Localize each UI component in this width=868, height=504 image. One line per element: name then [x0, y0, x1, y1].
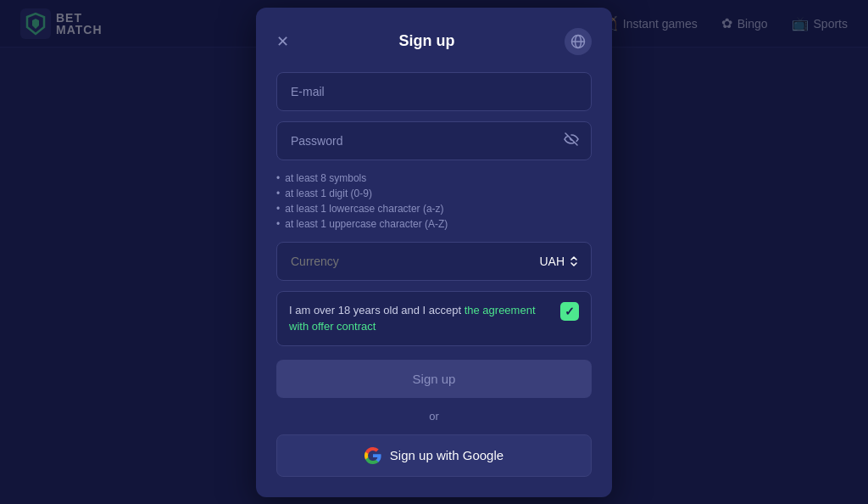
hint-1: at least 8 symbols — [276, 171, 592, 186]
email-input-wrapper — [276, 72, 592, 111]
currency-field-group: UAH — [276, 242, 592, 281]
signup-button[interactable]: Sign up — [276, 360, 592, 398]
password-input[interactable] — [276, 121, 592, 160]
signup-modal: ✕ Sign up — [256, 8, 612, 497]
terms-row: I am over 18 years old and I accept the … — [276, 291, 592, 346]
hint-4: at least 1 uppercase character (A-Z) — [276, 216, 592, 232]
language-button[interactable] — [565, 28, 592, 55]
hint-2: at least 1 digit (0-9) — [276, 186, 592, 201]
close-button[interactable]: ✕ — [276, 34, 289, 49]
modal-header: ✕ Sign up — [276, 28, 592, 55]
email-field-group — [276, 72, 592, 111]
password-input-wrapper — [276, 121, 592, 160]
password-hints-list: at least 8 symbols at least 1 digit (0-9… — [276, 171, 592, 232]
email-input[interactable] — [276, 72, 592, 111]
google-signup-label: Sign up with Google — [390, 448, 504, 462]
terms-checkbox[interactable] — [560, 302, 579, 321]
modal-title: Sign up — [289, 32, 565, 50]
eye-off-icon — [563, 131, 580, 148]
password-field-group — [276, 121, 592, 160]
hint-3: at least 1 lowercase character (a-z) — [276, 201, 592, 216]
password-visibility-toggle[interactable] — [563, 131, 580, 151]
currency-value: UAH — [539, 255, 580, 268]
google-signup-button[interactable]: Sign up with Google — [276, 434, 592, 477]
or-divider: or — [276, 410, 592, 423]
chevron-up-down-icon — [568, 255, 580, 267]
globe-icon — [570, 34, 586, 49]
google-icon — [364, 447, 381, 464]
terms-text: I am over 18 years old and I accept the … — [289, 302, 550, 335]
modal-overlay: ✕ Sign up — [0, 0, 868, 504]
